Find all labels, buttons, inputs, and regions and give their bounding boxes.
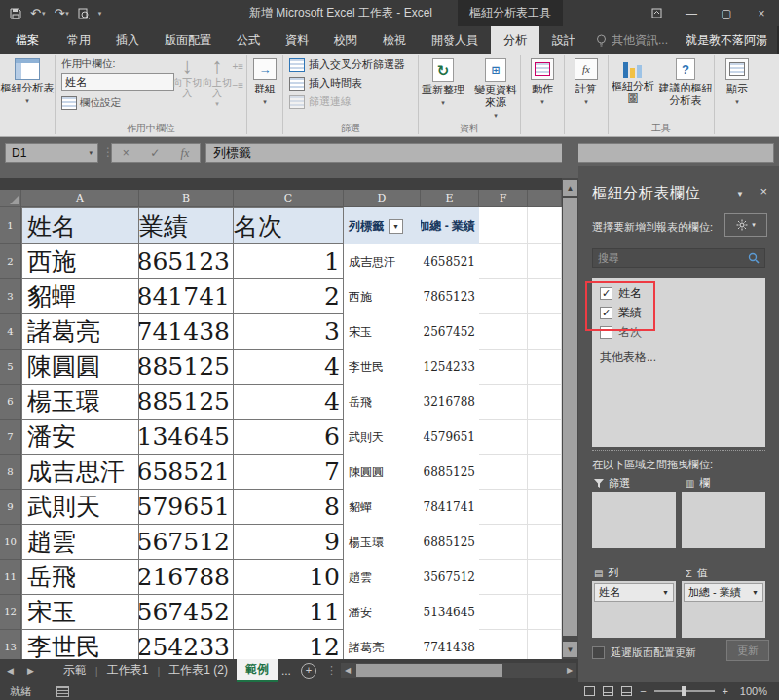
normal-view-icon[interactable] <box>584 686 595 696</box>
row-header[interactable]: 5 <box>0 350 21 385</box>
name-box[interactable]: D1 ▾ <box>5 143 98 163</box>
chevron-down-icon[interactable]: ▼ <box>752 589 759 596</box>
zoom-out-icon[interactable]: − <box>640 685 646 697</box>
pivot-row-value[interactable]: 1254233 <box>421 350 479 385</box>
pivot-row-label[interactable]: 趙雲 <box>344 560 421 595</box>
field-item-名次[interactable]: 名次 <box>592 322 765 342</box>
empty-cell[interactable] <box>479 279 528 314</box>
update-button[interactable]: 更新 <box>726 640 769 661</box>
insert-slicer-button[interactable]: 插入交叉分析篩選器 <box>289 57 405 72</box>
cell-name[interactable]: 西施 <box>21 244 139 279</box>
pivot-row-label[interactable]: 楊玉環 <box>344 525 421 560</box>
vertical-scrollbar-thumb[interactable] <box>563 198 577 636</box>
empty-cell[interactable] <box>528 420 562 455</box>
empty-cell[interactable] <box>479 350 528 385</box>
empty-cell[interactable] <box>479 560 528 595</box>
pivot-row-label[interactable]: 岳飛 <box>344 385 421 420</box>
empty-cell[interactable] <box>479 385 528 420</box>
cell-name[interactable]: 諸葛亮 <box>21 314 139 350</box>
cell-rank[interactable]: 11 <box>234 595 344 630</box>
recommended-pivottables-button[interactable]: ? 建議的樞紐分析表 <box>658 54 713 122</box>
empty-cell[interactable] <box>479 314 528 350</box>
row-header[interactable]: 9 <box>0 490 21 525</box>
ribbon-tab-設計[interactable]: 設計 <box>539 26 588 54</box>
empty-cell[interactable] <box>479 630 528 659</box>
name-box-dropdown-icon[interactable]: ▾ <box>89 149 93 157</box>
field-checkbox[interactable]: ✓ <box>600 307 612 319</box>
row-header[interactable]: 7 <box>0 420 21 455</box>
pivot-row-label[interactable]: 西施 <box>344 279 421 314</box>
empty-cell[interactable] <box>528 630 562 659</box>
cell-sales[interactable]: 5134645 <box>139 420 234 455</box>
formula-input[interactable]: 列標籤 <box>205 143 774 163</box>
cell-sales[interactable]: 4658521 <box>139 455 234 490</box>
defer-layout-checkbox[interactable] <box>592 646 605 659</box>
collapse-field-button[interactable]: −≡ <box>232 80 246 91</box>
row-header[interactable]: 12 <box>0 595 21 630</box>
close-icon[interactable]: × <box>744 0 779 26</box>
sheet-tab-1[interactable]: 工作表1 <box>98 659 158 682</box>
row-header[interactable]: 1 <box>0 207 21 244</box>
pivot-row-value[interactable]: 3567512 <box>421 560 479 595</box>
cell-rank[interactable]: 4 <box>234 385 344 420</box>
scroll-up-icon[interactable]: ▲ <box>563 180 577 196</box>
actions-button[interactable]: 動作 ▾ <box>521 54 564 122</box>
group-button[interactable]: → 群組 ▾ <box>247 54 282 122</box>
account-name[interactable]: 就是教不落阿湯 <box>676 26 777 54</box>
page-layout-view-icon[interactable] <box>603 686 613 696</box>
field-search-input[interactable] <box>593 252 748 264</box>
scroll-down-icon[interactable]: ▼ <box>563 642 577 657</box>
cell-sales[interactable]: 7865123 <box>139 244 234 279</box>
empty-cell[interactable] <box>528 207 562 244</box>
cell-rank[interactable]: 7 <box>234 455 344 490</box>
sheet-tab-2[interactable]: 工作表1 (2) <box>160 659 237 682</box>
zoom-level[interactable]: 100% <box>736 685 767 697</box>
values-area-chip[interactable]: 加總 - 業績 ▼ <box>684 583 763 602</box>
customize-qat-icon[interactable]: ▾ <box>98 10 102 17</box>
row-header[interactable]: 3 <box>0 279 21 314</box>
pivot-row-label[interactable]: 武則天 <box>344 420 421 455</box>
row-header[interactable]: 6 <box>0 385 21 420</box>
undo-icon[interactable]: ↶▾ <box>30 7 45 19</box>
cell-A1[interactable]: 姓名 <box>21 207 139 244</box>
pivot-row-label[interactable]: 陳圓圓 <box>344 455 421 490</box>
tab-file[interactable]: 檔案 <box>0 26 55 54</box>
cell-E1-pivot-value-header[interactable]: 加總 - 業績 <box>421 207 479 244</box>
panel-options-dropdown-icon[interactable]: ▼ <box>736 190 744 199</box>
scroll-left-icon[interactable]: ◀ <box>341 663 354 678</box>
cell-rank[interactable]: 4 <box>234 350 344 385</box>
insert-function-icon[interactable]: fx <box>181 146 190 161</box>
select-all-corner[interactable] <box>0 190 21 207</box>
insert-timeline-button[interactable]: 插入時間表 <box>289 76 405 91</box>
empty-cell[interactable] <box>528 525 562 560</box>
horizontal-scrollbar[interactable]: ◀ ▶ <box>341 663 576 678</box>
cell-sales[interactable]: 7841741 <box>139 279 234 314</box>
column-header-F[interactable]: F <box>479 190 528 207</box>
cell-rank[interactable]: 1 <box>234 244 344 279</box>
change-data-source-button[interactable]: ⊞ 變更資料來源 ▾ <box>471 54 520 122</box>
pivot-row-label[interactable]: 成吉思汗 <box>344 244 421 279</box>
minimize-icon[interactable]: — <box>674 0 709 26</box>
cell-name[interactable]: 武則天 <box>21 490 139 525</box>
refresh-button[interactable]: ↻ 重新整理 ▾ <box>419 54 467 122</box>
ribbon-tab-開發人員[interactable]: 開發人員 <box>419 26 491 54</box>
cell-name[interactable]: 潘安 <box>21 420 139 455</box>
filters-area-box[interactable] <box>592 492 676 548</box>
empty-cell[interactable] <box>479 420 528 455</box>
empty-cell[interactable] <box>479 490 528 525</box>
ribbon-tab-常用[interactable]: 常用 <box>55 26 103 54</box>
cancel-entry-icon[interactable]: × <box>123 146 130 160</box>
confirm-entry-icon[interactable]: ✓ <box>150 146 160 160</box>
sheet-nav-left-icon[interactable]: ◀ <box>0 666 20 676</box>
cell-sales[interactable]: 1254233 <box>139 630 234 659</box>
redo-icon[interactable]: ↷▾ <box>54 7 68 19</box>
pivot-row-value[interactable]: 6885125 <box>421 525 479 560</box>
empty-cell[interactable] <box>528 350 562 385</box>
scroll-right-icon[interactable]: ▶ <box>563 663 576 678</box>
pivotchart-button[interactable]: 樞紐分析圖 <box>610 54 656 122</box>
cell-sales[interactable]: 6885125 <box>139 350 234 385</box>
cell-rank[interactable]: 3 <box>234 314 344 350</box>
drill-down-button[interactable]: ↓ 向下切入 <box>172 54 203 122</box>
row-header[interactable]: 10 <box>0 525 21 560</box>
pivot-row-label[interactable]: 潘安 <box>344 595 421 630</box>
